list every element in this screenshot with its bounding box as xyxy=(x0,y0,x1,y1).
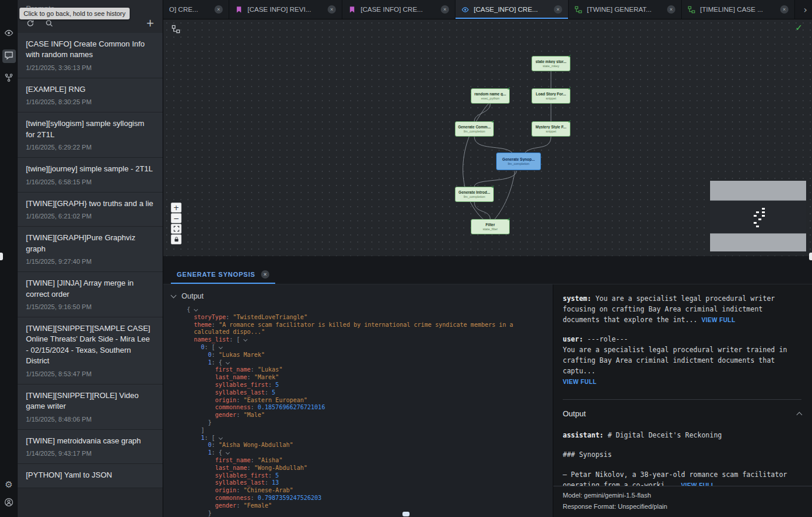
chevron-up-icon xyxy=(797,412,803,417)
tab-close-icon[interactable]: × xyxy=(328,5,336,14)
prompt-title: [PYTHON] Yaml to JSON xyxy=(26,470,154,480)
graph-node[interactable]: Generate Comm...llm_completion✓ xyxy=(455,121,494,137)
view-full-link[interactable]: VIEW FULL xyxy=(563,379,596,385)
output-section-header[interactable]: Output xyxy=(563,408,801,420)
tab-close-icon[interactable]: × xyxy=(214,5,223,14)
branch-icon xyxy=(4,73,14,85)
graph-node[interactable]: Mystery Style F...snippet✓ xyxy=(532,121,570,137)
prompt-sidebar: Prompts + [CASE INFO] Create Common Info… xyxy=(18,0,163,517)
search-icon[interactable] xyxy=(45,19,54,28)
inference-footer: Model: gemini/gemini-1.5-flash Response … xyxy=(553,486,812,517)
node-success-check-icon: ✓ xyxy=(567,54,572,59)
json-line: 1: { xyxy=(163,359,553,367)
editor-tab[interactable]: [CASE INFO] CRE...× xyxy=(342,0,455,19)
add-prompt-button[interactable]: + xyxy=(146,18,154,28)
output-collapse-header[interactable]: Output xyxy=(163,284,553,306)
json-line: { xyxy=(163,306,553,314)
tab-close-icon[interactable]: × xyxy=(667,5,675,14)
collapse-arrow-icon[interactable] xyxy=(219,436,223,440)
prompt-list-item[interactable]: [TWINE][SNIPPET][ROLE] Video game writer… xyxy=(18,385,163,430)
collapse-arrow-icon[interactable] xyxy=(243,337,247,342)
node-output-tab[interactable]: GENERATE SYNOPSIS × xyxy=(171,264,275,284)
editor-tab[interactable]: O] CRE...× xyxy=(163,0,229,19)
graph-icon xyxy=(688,6,695,14)
lock-button[interactable] xyxy=(171,234,181,244)
flag-icon xyxy=(348,6,356,14)
layout-icon[interactable] xyxy=(171,25,180,34)
eye-rail-button[interactable] xyxy=(2,27,16,41)
bottom-tab-strip: GENERATE SYNOPSIS × xyxy=(163,256,812,284)
graph-node[interactable]: Generate Introd...llm_completion✓ xyxy=(455,187,494,202)
node-success-check-icon: ✓ xyxy=(567,119,572,124)
settings-button[interactable]: ⚙ xyxy=(2,478,16,492)
splitter-handle-bottom[interactable] xyxy=(402,512,410,516)
rail-top-group xyxy=(2,27,16,85)
graph-canvas[interactable]: state mkey stor...state_mkey✓random name… xyxy=(163,19,812,256)
json-line: syllables_last: 13 xyxy=(163,479,553,487)
output-json-pane: Output {storyType: "TwistedLoveTriangle"… xyxy=(163,284,553,517)
json-line: first_name: "Lukas" xyxy=(163,366,553,374)
gear-icon: ⚙ xyxy=(5,480,12,489)
zoom-in-button[interactable]: + xyxy=(171,203,181,213)
response-format-info: Response Format: Unspecified/plain xyxy=(563,501,803,512)
node-title: state mkey stor... xyxy=(536,59,567,64)
tab-close-icon[interactable]: × xyxy=(261,270,269,279)
prompt-list-item[interactable]: [EXAMPLE] RNG1/16/2025, 8:30:25 PM xyxy=(18,78,163,112)
prompt-list-item[interactable]: [TWINE] [JINJA] Array merge in correct o… xyxy=(18,272,163,317)
tab-close-icon[interactable]: × xyxy=(554,5,562,14)
minimap-node-dot xyxy=(756,226,759,227)
json-line: ] xyxy=(163,427,553,435)
user-text: You are a specialist legal procedural wr… xyxy=(563,346,787,375)
prompt-list-item[interactable]: [twine][syllogism] sample syllogism for … xyxy=(18,112,163,158)
prompt-list-item[interactable]: [PYTHON] Yaml to JSON xyxy=(18,464,163,488)
tab-close-icon[interactable]: × xyxy=(780,5,788,14)
minimap[interactable] xyxy=(710,181,806,251)
prompt-list-item[interactable]: [CASE INFO] Create Common Info with rand… xyxy=(18,33,163,78)
user-message: user: ---role---You are a specialist leg… xyxy=(563,334,801,387)
editor-tab[interactable]: [TWINE] GENERAT...× xyxy=(569,0,682,19)
bottom-tab-label: GENERATE SYNOPSIS xyxy=(177,271,255,278)
view-full-link[interactable]: VIEW FULL xyxy=(701,317,735,323)
editor-tab[interactable]: [CASE INFO] REVI...× xyxy=(229,0,342,19)
editor-tab[interactable]: [CASE_INFO] CRE...× xyxy=(455,0,569,19)
prompt-list-item[interactable]: [TWINE][GRAPH]Pure Graphviz graph1/15/20… xyxy=(18,227,163,272)
splitter-handle-right[interactable] xyxy=(809,253,812,260)
flow-rail-button[interactable] xyxy=(2,72,16,85)
prompt-list-item[interactable]: [TWINE] metroidvania case graph1/14/2025… xyxy=(18,430,163,464)
graph-node[interactable]: Generate Synop...llm_completion xyxy=(496,153,541,170)
output-section: Output assistant: # Digital Deceit's Rec… xyxy=(563,399,801,491)
collapse-arrow-icon[interactable] xyxy=(226,360,230,364)
tab-label: [CASE INFO] CRE... xyxy=(361,6,436,13)
editor-tab[interactable]: [TIMELINE] CASE ...× xyxy=(682,0,795,19)
collapse-arrow-icon[interactable] xyxy=(219,345,223,349)
fit-view-button[interactable] xyxy=(171,224,181,234)
prompts-rail-button[interactable] xyxy=(2,49,16,63)
graph-node[interactable]: random name g...exec_python✓ xyxy=(471,88,510,104)
refresh-icon[interactable] xyxy=(26,19,35,28)
zoom-out-button[interactable]: − xyxy=(171,213,181,223)
tab-scroll-right-icon[interactable]: › xyxy=(799,4,812,15)
collapse-arrow-icon[interactable] xyxy=(226,450,230,455)
main-area: O] CRE...×[CASE INFO] REVI...×[CASE INFO… xyxy=(163,0,812,517)
account-button[interactable] xyxy=(2,496,16,510)
graph-node[interactable]: state mkey stor...state_mkey✓ xyxy=(532,56,570,71)
prompt-list-item[interactable]: [twine][journey] simple sample - 2T1L1/1… xyxy=(18,158,163,192)
json-line: storyType: "TwistedLoveTriangle" xyxy=(163,314,553,322)
rail-bottom-group: ⚙ xyxy=(2,478,16,510)
minimap-node-dot xyxy=(758,218,761,220)
graph-node[interactable]: Filterstate_filter✓ xyxy=(471,219,510,234)
splitter-handle-left[interactable] xyxy=(0,253,3,260)
prompt-list-item[interactable]: [TWINE][GRAPH} two truths and a lie1/16/… xyxy=(18,193,163,227)
assistant-role-label: assistant: xyxy=(563,431,603,439)
node-success-check-icon: ✓ xyxy=(491,119,495,124)
tab-close-icon[interactable]: × xyxy=(441,5,449,14)
tab-label: [CASE INFO] REVI... xyxy=(247,6,323,13)
prompt-list-item[interactable]: [TWINE][SNIPPET][SAMPLE CASE] Online Thr… xyxy=(18,317,163,385)
zoom-controls: + − xyxy=(171,203,181,244)
prompt-title: [TWINE][SNIPPET][ROLE] Video game writer xyxy=(26,390,154,412)
prompt-timestamp: 1/21/2025, 3:36:13 PM xyxy=(26,64,154,71)
graph-node[interactable]: Load Story For...snippet✓ xyxy=(532,88,570,104)
collapse-arrow-icon[interactable] xyxy=(194,307,198,311)
tab-label: [CASE_INFO] CRE... xyxy=(474,6,549,13)
node-success-check-icon: ✓ xyxy=(507,86,511,91)
